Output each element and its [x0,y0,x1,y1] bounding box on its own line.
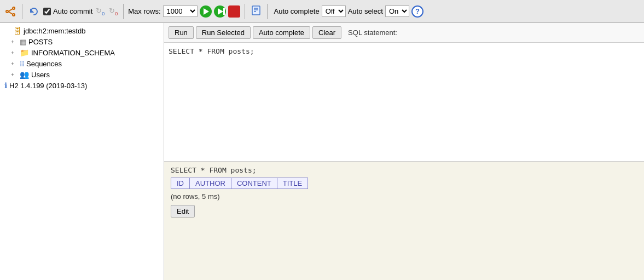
svg-marker-5 [31,10,33,12]
autocomplete-area: Auto complete Off On [274,5,346,17]
col-content: CONTENT [231,178,277,189]
edit-button[interactable]: Edit [171,205,195,218]
svg-line-4 [8,12,13,14]
auto-commit-label: Auto commit [53,7,92,15]
run-selected-button[interactable]: Run Selected [196,26,251,39]
run-play2-icon [214,5,226,18]
run-play-button[interactable] [200,5,212,18]
main-layout: 🗄 jdbc:h2:mem:testdb + ▦ POSTS + 📁 INFOR… [0,23,644,280]
reconnect-button[interactable] [27,4,41,19]
expand-sequences-icon: + [11,61,18,67]
counter1-icon: ↻0 [96,7,105,16]
col-id: ID [171,178,190,189]
svg-rect-6 [252,6,260,15]
col-title: TITLE [277,178,308,189]
sidebar-item-info-schema[interactable]: + 📁 INFORMATION_SCHEMA [0,47,164,58]
clear-button[interactable]: Clear [312,26,341,39]
sql-editor-input[interactable]: SELECT * FROM posts; [164,43,644,162]
autocomplete-select[interactable]: Off On [322,5,346,17]
max-rows-area: Max rows: 1000 100 250 10000 [128,5,197,17]
run-play2-button[interactable] [214,5,226,18]
connections-button[interactable] [3,4,18,19]
divider-1 [22,4,22,19]
auto-commit-checkbox[interactable] [43,8,51,15]
counter1-button[interactable]: ↻0 [95,5,106,18]
sidebar-item-sequences[interactable]: + ⁞⁞ Sequences [0,58,164,69]
sidebar-item-info-schema-label: INFORMATION_SCHEMA [31,49,115,57]
info-icon: ℹ [4,81,7,90]
run-button[interactable]: Run [169,26,194,39]
db-icon: 🗄 [13,26,21,36]
connections-icon [4,5,16,18]
run-play-icon [200,5,212,18]
sidebar-item-posts[interactable]: + ▦ POSTS [0,37,164,47]
counter2-icon: ↻0 [109,7,118,16]
sidebar-item-posts-label: POSTS [28,38,53,46]
divider-2 [123,4,124,19]
sql-toolbar: Run Run Selected Auto complete Clear SQL… [164,23,644,43]
col-author: AUTHOR [190,178,231,189]
stop-icon [228,5,240,18]
results-table: ID AUTHOR CONTENT TITLE [171,178,308,189]
results-query: SELECT * FROM posts; [171,166,637,174]
divider-4 [267,4,268,19]
autoselect-label: Auto select [348,7,383,15]
script-icon [251,5,262,18]
results-status: (no rows, 5 ms) [171,192,637,201]
autoselect-select[interactable]: On Off [385,5,409,17]
sidebar-item-version-label: H2 1.4.199 (2019-03-13) [9,82,87,90]
divider-3 [245,4,245,19]
main-toolbar: Auto commit ↻0 ↻0 Max rows: 1000 100 250… [0,0,644,23]
sql-area: Run Run Selected Auto complete Clear SQL… [164,23,644,280]
reconnect-icon [28,5,40,18]
expand-users-icon: + [11,72,18,78]
results-area: SELECT * FROM posts; ID AUTHOR CONTENT T… [164,162,644,280]
svg-point-1 [13,7,15,9]
folder-icon: 📁 [20,48,29,57]
counter2-button[interactable]: ↻0 [108,5,119,18]
autocomplete-label: Auto complete [274,7,320,15]
max-rows-select[interactable]: 1000 100 250 10000 [163,5,198,17]
svg-line-3 [8,9,13,12]
max-rows-label: Max rows: [128,7,160,15]
sidebar-item-db[interactable]: 🗄 jdbc:h2:mem:testdb [0,25,164,37]
autoselect-area: Auto select On Off [348,5,409,17]
svg-point-0 [6,10,8,13]
script-button[interactable] [250,4,263,19]
sidebar: 🗄 jdbc:h2:mem:testdb + ▦ POSTS + 📁 INFOR… [0,23,164,280]
expand-schema-icon: + [11,50,18,56]
sidebar-item-sequences-label: Sequences [26,60,62,68]
sidebar-item-db-label: jdbc:h2:mem:testdb [24,27,85,35]
table-icon: ▦ [20,38,26,46]
sql-statement-label: SQL statement: [348,28,397,37]
auto-commit-area: Auto commit [43,7,92,15]
sidebar-item-version: ℹ H2 1.4.199 (2019-03-13) [0,80,164,91]
svg-point-2 [13,14,15,16]
sidebar-item-users[interactable]: + 👥 Users [0,69,164,80]
sidebar-item-users-label: Users [31,71,50,79]
help-button[interactable]: ? [411,5,423,18]
users-icon: 👥 [20,70,29,79]
autocomplete-button[interactable]: Auto complete [253,26,310,39]
stop-button[interactable] [228,5,240,18]
expand-posts-icon: + [11,39,18,45]
sequences-icon: ⁞⁞ [20,59,24,68]
